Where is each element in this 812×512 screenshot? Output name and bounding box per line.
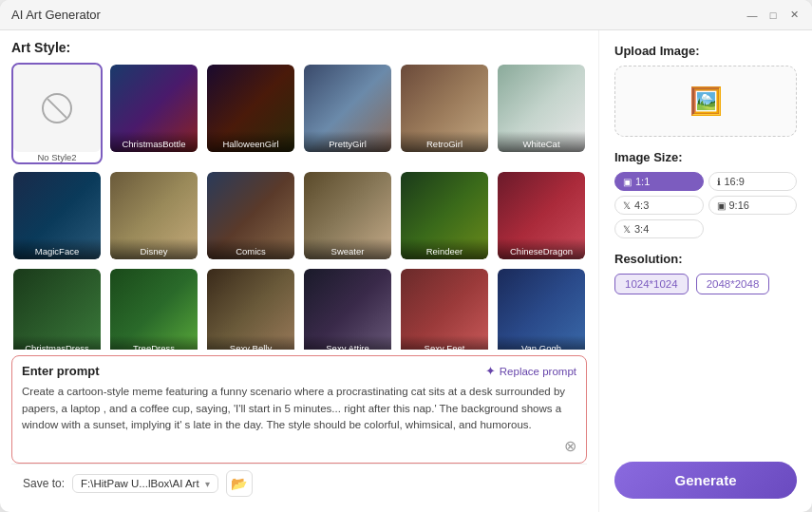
- resolution-2048-button[interactable]: 2048*2048: [696, 274, 770, 294]
- size-icon-9-16: ▣: [717, 200, 726, 211]
- replace-prompt-button[interactable]: ✦ Replace prompt: [485, 364, 576, 378]
- close-button[interactable]: ✕: [787, 9, 801, 22]
- prompt-text[interactable]: Create a cartoon-style meme featuring a …: [22, 384, 576, 433]
- style-label-van-gogh: Van Gogh: [498, 335, 585, 350]
- style-thumb-sweater: Sweater: [304, 172, 391, 259]
- style-item-sexy-feet[interactable]: Sexy Feet: [399, 267, 490, 350]
- style-item-comics[interactable]: Comics: [205, 170, 296, 261]
- bottom-bar: Save to: F:\HitPaw U...lBox\AI Art ▾ 📂: [11, 464, 587, 503]
- size-option-3-4[interactable]: 𝕏 3:4: [614, 219, 704, 238]
- style-thumb-disney: Disney: [110, 172, 198, 259]
- style-label-sexy-attire: Sexy Attire: [304, 335, 391, 350]
- resolution-options: 1024*1024 2048*2048: [614, 274, 797, 294]
- style-item-sexy-belly[interactable]: Sexy Belly: [205, 267, 296, 350]
- style-label-disney: Disney: [110, 238, 198, 259]
- prompt-footer: ⊗: [22, 437, 576, 455]
- chevron-down-icon: ▾: [205, 479, 210, 489]
- style-thumb-sexy-belly: Sexy Belly: [207, 269, 294, 350]
- size-label-9-16: 9:16: [729, 199, 749, 211]
- style-label-halloween-girl: HalloweenGirl: [207, 131, 294, 152]
- right-panel: Upload Image: 🖼️ Image Size: ▣ 1:1 ℹ 16:…: [598, 30, 812, 512]
- art-style-label: Art Style:: [11, 40, 587, 55]
- prompt-title: Enter prompt: [22, 364, 100, 378]
- upload-icon: 🖼️: [689, 85, 723, 117]
- resolution-section: Resolution: 1024*1024 2048*2048: [614, 252, 797, 294]
- style-thumb-sexy-feet: Sexy Feet: [401, 269, 488, 350]
- size-label-4-3: 4:3: [634, 199, 649, 211]
- style-grid-container: No Style2 ChristmasBottle: [11, 63, 587, 350]
- window-title: AI Art Generator: [11, 8, 101, 22]
- style-thumb-tree-dress: TreeDress: [110, 269, 198, 350]
- generate-button[interactable]: Generate: [614, 462, 797, 499]
- size-icon-1-1: ▣: [623, 177, 632, 187]
- size-option-1-1[interactable]: ▣ 1:1: [614, 172, 704, 191]
- size-option-9-16[interactable]: ▣ 9:16: [708, 196, 798, 215]
- style-thumb-van-gogh: Van Gogh: [498, 269, 585, 350]
- open-folder-button[interactable]: 📂: [226, 470, 253, 497]
- style-thumb-christmas-bottle: ChristmasBottle: [110, 65, 198, 152]
- style-item-retro-girl[interactable]: RetroGirl: [399, 63, 490, 164]
- style-item-halloween-girl[interactable]: HalloweenGirl: [205, 63, 296, 164]
- style-thumb-halloween-girl: HalloweenGirl: [207, 65, 294, 152]
- maximize-button[interactable]: □: [766, 9, 780, 22]
- size-option-4-3[interactable]: 𝕏 4:3: [614, 196, 704, 215]
- style-label-comics: Comics: [207, 238, 294, 259]
- style-thumb-comics: Comics: [207, 172, 294, 259]
- save-to-label: Save to:: [23, 477, 65, 490]
- folder-open-icon: 📂: [231, 476, 247, 491]
- style-thumb-pretty-girl: PrettyGirl: [304, 65, 391, 152]
- style-label-magic-face: MagicFace: [13, 238, 101, 259]
- upload-section: Upload Image: 🖼️: [614, 44, 797, 137]
- style-item-white-cat[interactable]: WhiteCat: [496, 63, 587, 164]
- size-icon-4-3: 𝕏: [623, 200, 631, 211]
- style-item-no-style2[interactable]: No Style2: [11, 63, 103, 164]
- style-thumb-christmas-dress: ChristmasDress: [13, 269, 101, 350]
- size-option-16-9[interactable]: ℹ 16:9: [708, 172, 798, 191]
- style-item-sexy-attire[interactable]: Sexy Attire: [302, 267, 393, 350]
- resolution-1024-button[interactable]: 1024*1024: [614, 274, 689, 294]
- prompt-header: Enter prompt ✦ Replace prompt: [22, 364, 576, 378]
- style-item-christmas-bottle[interactable]: ChristmasBottle: [108, 63, 199, 164]
- size-icon-3-4: 𝕏: [623, 224, 631, 235]
- app-window: AI Art Generator — □ ✕ Art Style: No Sty…: [0, 0, 812, 512]
- style-item-pretty-girl[interactable]: PrettyGirl: [302, 63, 393, 164]
- clear-prompt-button[interactable]: ⊗: [564, 437, 576, 455]
- left-panel: Art Style: No Style2 ChristmasB: [0, 30, 598, 512]
- style-thumb-white-cat: WhiteCat: [498, 65, 585, 152]
- resolution-label: Resolution:: [614, 252, 797, 266]
- style-item-magic-face[interactable]: MagicFace: [11, 170, 103, 261]
- style-grid: No Style2 ChristmasBottle: [11, 63, 587, 350]
- style-thumb-retro-girl: RetroGirl: [401, 65, 488, 152]
- minimize-button[interactable]: —: [746, 9, 759, 22]
- no-style-thumb: [13, 65, 101, 152]
- style-label-sexy-belly: Sexy Belly: [207, 335, 294, 350]
- style-item-disney[interactable]: Disney: [108, 170, 199, 261]
- style-item-van-gogh[interactable]: Van Gogh: [496, 267, 587, 350]
- style-item-christmas-dress[interactable]: ChristmasDress: [11, 267, 103, 350]
- style-label-no-style2: No Style2: [37, 152, 76, 162]
- style-item-chinese-dragon[interactable]: ChineseDragon: [496, 170, 587, 261]
- style-label-sweater: Sweater: [304, 238, 391, 259]
- save-path-select[interactable]: F:\HitPaw U...lBox\AI Art ▾: [72, 474, 218, 493]
- style-label-retro-girl: RetroGirl: [401, 131, 488, 152]
- size-icon-16-9: ℹ: [717, 177, 721, 187]
- style-item-reindeer[interactable]: Reindeer: [399, 170, 490, 261]
- style-thumb-chinese-dragon: ChineseDragon: [498, 172, 585, 259]
- style-label-chinese-dragon: ChineseDragon: [498, 238, 585, 259]
- style-thumb-magic-face: MagicFace: [13, 172, 101, 259]
- style-item-sweater[interactable]: Sweater: [302, 170, 393, 261]
- replace-prompt-label: Replace prompt: [500, 366, 576, 377]
- style-label-christmas-bottle: ChristmasBottle: [110, 131, 198, 152]
- upload-label: Upload Image:: [614, 44, 797, 58]
- style-label-tree-dress: TreeDress: [110, 335, 198, 350]
- size-label-1-1: 1:1: [635, 176, 650, 187]
- window-controls: — □ ✕: [746, 9, 801, 22]
- prompt-area: Enter prompt ✦ Replace prompt Create a c…: [11, 355, 587, 464]
- upload-box[interactable]: 🖼️: [614, 66, 797, 137]
- image-size-section: Image Size: ▣ 1:1 ℹ 16:9 𝕏 4:3: [614, 150, 797, 238]
- style-label-reindeer: Reindeer: [401, 238, 488, 259]
- style-item-tree-dress[interactable]: TreeDress: [108, 267, 199, 350]
- image-size-options: ▣ 1:1 ℹ 16:9 𝕏 4:3 ▣ 9:16: [614, 172, 797, 238]
- size-label-3-4: 3:4: [634, 223, 649, 235]
- style-label-white-cat: WhiteCat: [498, 131, 585, 152]
